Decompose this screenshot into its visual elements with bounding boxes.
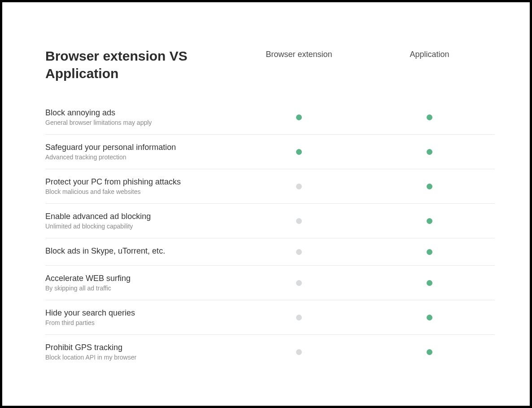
application-cell bbox=[364, 280, 495, 286]
extension-cell bbox=[234, 280, 364, 286]
dot-disabled-icon bbox=[296, 184, 302, 189]
feature-info: Safeguard your personal informationAdvan… bbox=[45, 143, 234, 161]
dot-enabled-icon bbox=[427, 184, 432, 189]
feature-subtitle: Block malicious and fake websites bbox=[45, 188, 234, 195]
feature-info: Protect your PC from phishing attacksBlo… bbox=[45, 177, 234, 195]
feature-row: Hide your search queriesFrom third parti… bbox=[45, 300, 495, 335]
dot-disabled-icon bbox=[296, 249, 302, 255]
dot-enabled-icon bbox=[427, 149, 432, 155]
feature-info: Block ads in Skype, uTorrent, etc. bbox=[45, 246, 234, 257]
feature-row: Protect your PC from phishing attacksBlo… bbox=[45, 169, 495, 204]
extension-cell bbox=[234, 184, 364, 189]
feature-row: Block ads in Skype, uTorrent, etc. bbox=[45, 238, 495, 266]
feature-subtitle: From third parties bbox=[45, 319, 234, 326]
dot-enabled-icon bbox=[427, 249, 432, 255]
dot-disabled-icon bbox=[296, 280, 302, 286]
application-cell bbox=[364, 315, 495, 320]
application-cell bbox=[364, 184, 495, 189]
extension-cell bbox=[234, 349, 364, 355]
application-cell bbox=[364, 218, 495, 224]
feature-subtitle: General browser limitations may apply bbox=[45, 119, 234, 126]
dot-enabled-icon bbox=[296, 149, 302, 155]
feature-title: Block ads in Skype, uTorrent, etc. bbox=[45, 246, 234, 256]
extension-cell bbox=[234, 218, 364, 224]
feature-info: Enable advanced ad blockingUnlimited ad … bbox=[45, 212, 234, 230]
feature-title: Safeguard your personal information bbox=[45, 143, 234, 152]
page-title: Browser extension VS Application bbox=[45, 47, 234, 82]
feature-title: Accelerate WEB surfing bbox=[45, 274, 234, 283]
feature-row: Safeguard your personal informationAdvan… bbox=[45, 135, 495, 169]
feature-row: Enable advanced ad blockingUnlimited ad … bbox=[45, 204, 495, 238]
title-cell: Browser extension VS Application bbox=[45, 47, 234, 82]
dot-enabled-icon bbox=[427, 315, 432, 320]
feature-info: Block annoying adsGeneral browser limita… bbox=[45, 108, 234, 126]
feature-title: Block annoying ads bbox=[45, 108, 234, 118]
application-cell bbox=[364, 149, 495, 155]
application-cell bbox=[364, 114, 495, 120]
feature-title: Enable advanced ad blocking bbox=[45, 212, 234, 221]
application-cell bbox=[364, 349, 495, 355]
dot-disabled-icon bbox=[296, 315, 302, 320]
feature-subtitle: By skipping all ad traffic bbox=[45, 285, 234, 292]
dot-disabled-icon bbox=[296, 218, 302, 224]
feature-subtitle: Block location API in my browser bbox=[45, 354, 234, 361]
column-header-extension: Browser extension bbox=[234, 47, 364, 82]
extension-cell bbox=[234, 149, 364, 155]
extension-cell bbox=[234, 114, 364, 120]
feature-row: Accelerate WEB surfingBy skipping all ad… bbox=[45, 266, 495, 300]
dot-enabled-icon bbox=[427, 349, 432, 355]
extension-cell bbox=[234, 249, 364, 255]
dot-enabled-icon bbox=[296, 114, 302, 120]
dot-disabled-icon bbox=[296, 349, 302, 355]
feature-row: Block annoying adsGeneral browser limita… bbox=[45, 100, 495, 135]
feature-subtitle: Unlimited ad blocking capability bbox=[45, 223, 234, 230]
table-body: Block annoying adsGeneral browser limita… bbox=[45, 100, 495, 369]
column-header-extension-label: Browser extension bbox=[266, 49, 332, 60]
feature-title: Prohibit GPS tracking bbox=[45, 343, 234, 352]
extension-cell bbox=[234, 315, 364, 320]
comparison-table: Browser extension VS Application Browser… bbox=[45, 47, 495, 369]
column-header-application-label: Application bbox=[410, 49, 449, 60]
application-cell bbox=[364, 249, 495, 255]
feature-title: Hide your search queries bbox=[45, 308, 234, 318]
feature-info: Accelerate WEB surfingBy skipping all ad… bbox=[45, 274, 234, 292]
feature-title: Protect your PC from phishing attacks bbox=[45, 177, 234, 187]
table-header-row: Browser extension VS Application Browser… bbox=[45, 47, 495, 82]
feature-row: Prohibit GPS trackingBlock location API … bbox=[45, 335, 495, 369]
dot-enabled-icon bbox=[427, 114, 432, 120]
feature-subtitle: Advanced tracking protection bbox=[45, 154, 234, 161]
feature-info: Prohibit GPS trackingBlock location API … bbox=[45, 343, 234, 361]
dot-enabled-icon bbox=[427, 218, 432, 224]
dot-enabled-icon bbox=[427, 280, 432, 286]
column-header-application: Application bbox=[364, 47, 495, 82]
feature-info: Hide your search queriesFrom third parti… bbox=[45, 308, 234, 326]
